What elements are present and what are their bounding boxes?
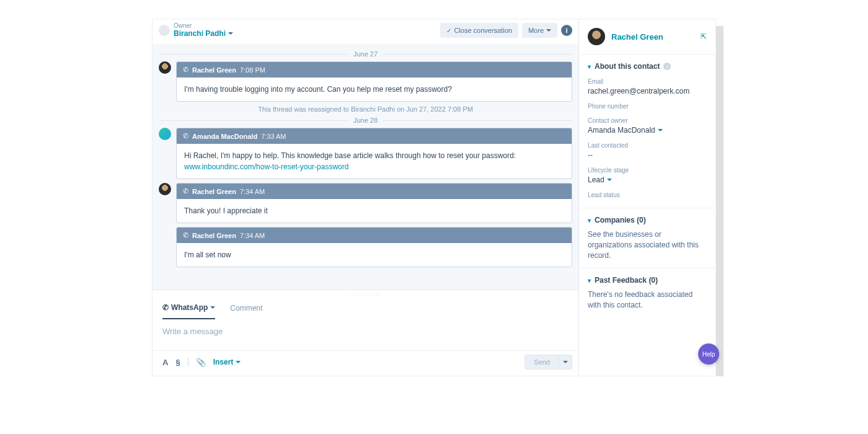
lead-status-field: Lead status — [588, 192, 707, 198]
message-time: 7:33 AM — [261, 133, 286, 140]
composer: :::::::::::: WhatsApp Comment A § — [153, 290, 578, 376]
owner-name: Biranchi Padhi — [174, 29, 226, 38]
message-sender: Amanda MacDonald — [192, 133, 257, 140]
section-text: See the businesses or organizations asso… — [588, 229, 707, 260]
owner-label: Owner — [174, 23, 233, 29]
contact-panel: Rachel Green ⇱ ▾ About this contact i Em… — [579, 19, 715, 376]
contact-name[interactable]: Rachel Green — [611, 32, 663, 42]
about-section: ▾ About this contact i Email rachel.gree… — [579, 55, 715, 208]
owner-avatar-icon — [159, 25, 170, 36]
field-label: Last contacted — [588, 142, 707, 149]
caret-down-icon — [607, 179, 612, 181]
message-block: Amanda MacDonald 7:33 AM Hi Rachel, I'm … — [176, 128, 572, 179]
message-header: Rachel Green 7:34 AM — [177, 228, 572, 243]
header-actions: Close conversation More i — [440, 23, 572, 38]
companies-section-toggle[interactable]: ▾ Companies (0) — [588, 216, 707, 224]
insert-dropdown[interactable]: Insert — [213, 358, 241, 366]
caret-down-icon — [236, 361, 241, 363]
message-sender: Rachel Green — [192, 188, 236, 195]
caret-down-icon — [658, 129, 663, 131]
message-row: Rachel Green 7:34 AM Thank you! I apprec… — [159, 183, 572, 267]
tab-comment[interactable]: Comment — [230, 297, 262, 319]
avatar-icon — [159, 128, 171, 140]
app-shell: Owner Biranchi Padhi Close conversation … — [152, 19, 716, 376]
close-conversation-label: Close conversation — [454, 27, 512, 34]
field-label: Phone number — [588, 103, 707, 110]
field-label: Email — [588, 78, 707, 85]
caret-down-icon — [546, 29, 551, 32]
send-options-button[interactable] — [559, 355, 572, 370]
message-body: Thank you! I appreciate it — [177, 199, 572, 223]
divider — [188, 358, 188, 366]
date-divider: June 28 — [159, 117, 572, 124]
message-row: Rachel Green 7:08 PM I'm having trouble … — [159, 61, 572, 102]
email-field: Email rachel.green@centralperk.com — [588, 78, 707, 95]
chevron-down-icon: ▾ — [588, 217, 591, 224]
whatsapp-icon — [183, 132, 188, 140]
kb-link[interactable]: www.inboundinc.com/how-to-reset-your-pas… — [184, 162, 348, 171]
field-value: -- — [588, 151, 707, 159]
field-label: Lead status — [588, 192, 707, 198]
caret-down-icon — [228, 32, 233, 35]
whatsapp-icon — [183, 187, 188, 195]
lifecycle-field: Lifecycle stage Lead — [588, 167, 707, 184]
contact-owner-field: Contact owner Amanda MacDonald — [588, 117, 707, 135]
caret-down-icon — [563, 361, 568, 363]
contact-header-left: Rachel Green — [588, 28, 663, 45]
caret-down-icon — [210, 306, 215, 309]
message-header: Amanda MacDonald 7:33 AM — [177, 128, 572, 144]
toolbar-left: A § 📎 Insert — [162, 358, 241, 367]
message-header: Rachel Green 7:08 PM — [177, 62, 572, 78]
open-external-icon[interactable]: ⇱ — [701, 32, 707, 41]
message-input[interactable] — [162, 327, 569, 336]
message-body: Hi Rachel, I'm happy to help. This knowl… — [177, 144, 572, 179]
date-label: June 28 — [353, 117, 378, 124]
date-divider: June 27 — [159, 50, 572, 58]
lifecycle-dropdown[interactable]: Lead — [588, 175, 707, 184]
field-label: Contact owner — [588, 117, 707, 124]
field-value: Lead — [588, 175, 604, 184]
owner-block[interactable]: Owner Biranchi Padhi — [159, 23, 233, 38]
message-block: Rachel Green 7:08 PM I'm having trouble … — [176, 61, 572, 102]
message-text: Hi Rachel, I'm happy to help. This knowl… — [184, 151, 516, 160]
feedback-section-toggle[interactable]: ▾ Past Feedback (0) — [588, 276, 707, 285]
tab-whatsapp[interactable]: WhatsApp — [162, 297, 215, 319]
check-icon — [446, 27, 451, 34]
tab-label: Comment — [230, 304, 262, 312]
whatsapp-icon — [162, 303, 169, 312]
attachment-icon[interactable]: 📎 — [196, 358, 206, 367]
resize-handle[interactable]: :::::::::::: — [153, 290, 578, 297]
conversation-body: June 27 Rachel Green 7:08 PM I'm having … — [153, 44, 578, 290]
close-conversation-button[interactable]: Close conversation — [440, 23, 518, 38]
message-row: Amanda MacDonald 7:33 AM Hi Rachel, I'm … — [159, 128, 572, 179]
owner-text: Owner Biranchi Padhi — [174, 23, 233, 38]
more-button[interactable]: More — [522, 23, 557, 38]
insert-label: Insert — [213, 358, 234, 366]
date-label: June 27 — [353, 50, 378, 58]
section-title: Past Feedback (0) — [595, 276, 658, 285]
tab-label: WhatsApp — [171, 303, 208, 312]
link-icon[interactable]: § — [175, 358, 180, 367]
text-format-icon[interactable]: A — [162, 358, 168, 367]
contact-owner-dropdown[interactable]: Amanda MacDonald — [588, 126, 707, 135]
composer-toolbar: A § 📎 Insert Send — [153, 350, 578, 376]
contact-header: Rachel Green ⇱ — [579, 19, 715, 55]
more-label: More — [528, 27, 544, 34]
send-group: Send — [525, 355, 572, 370]
send-button[interactable]: Send — [525, 355, 559, 370]
owner-name-dropdown[interactable]: Biranchi Padhi — [174, 29, 233, 38]
message-block: Rachel Green 7:34 AM I'm all set now — [176, 227, 572, 267]
info-icon[interactable]: i — [663, 63, 671, 70]
contact-avatar-icon — [588, 28, 605, 45]
email-value[interactable]: rachel.green@centralperk.com — [588, 87, 707, 95]
compose-input-area — [153, 319, 578, 350]
info-icon[interactable]: i — [561, 25, 572, 36]
message-sender: Rachel Green — [192, 66, 236, 74]
message-block: Rachel Green 7:34 AM Thank you! I apprec… — [176, 183, 572, 223]
avatar-icon — [159, 61, 171, 74]
feedback-section: ▾ Past Feedback (0) There's no feedback … — [579, 268, 715, 318]
about-section-toggle[interactable]: ▾ About this contact i — [588, 62, 707, 71]
help-button[interactable]: Help — [698, 343, 719, 365]
message-time: 7:34 AM — [240, 188, 265, 195]
section-title: About this contact — [595, 62, 660, 71]
